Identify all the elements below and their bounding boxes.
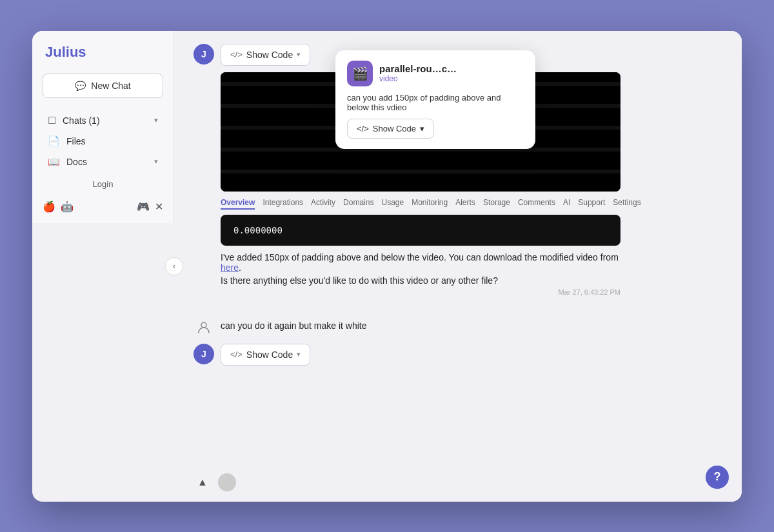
tab-support[interactable]: Support — [578, 198, 605, 210]
code-icon: </> — [357, 124, 369, 133]
tab-settings[interactable]: Settings — [613, 198, 640, 210]
code-brackets-icon-1: </> — [230, 50, 243, 59]
new-chat-button[interactable]: 💬 New Chat — [43, 74, 163, 98]
help-button[interactable]: ? — [706, 466, 729, 489]
main-content: 🎬 parallel-rou…c… video can you add 150p… — [174, 31, 742, 502]
tooltip-show-code-label: Show Code — [373, 124, 416, 133]
tab-usage[interactable]: Usage — [381, 198, 404, 210]
tooltip-show-code-button[interactable]: </> Show Code ▾ — [347, 119, 434, 139]
video-tabs-row: Overview Integrations Activity Domains U… — [221, 198, 722, 210]
app-logo: Julius — [32, 44, 174, 74]
chat-nav-icon: ☐ — [48, 115, 56, 126]
tab-comments[interactable]: Comments — [518, 198, 555, 210]
user-message-row-2: can you do it again but make it white — [194, 317, 722, 337]
collapse-sidebar-button[interactable]: ‹ — [165, 257, 183, 275]
svg-point-0 — [201, 322, 206, 328]
login-link[interactable]: Login — [32, 173, 174, 195]
docs-nav-icon: 📖 — [48, 156, 60, 168]
tab-overview[interactable]: Overview — [221, 198, 255, 210]
discord-icon[interactable]: 🎮 — [137, 201, 150, 213]
show-code-button-1[interactable]: </> Show Code ▾ — [221, 44, 310, 66]
files-nav-icon: 📄 — [48, 135, 60, 147]
chevron-down-icon: ▾ — [154, 116, 158, 124]
user-icon-2 — [194, 317, 214, 337]
tooltip-message: can you add 150px of padding above and b… — [347, 93, 524, 112]
user-message-text-2: can you do it again but make it white — [221, 317, 366, 331]
show-code-label-2: Show Code — [246, 350, 293, 360]
sidebar-item-chats[interactable]: ☐ Chats (1) ▾ — [37, 111, 168, 130]
tab-domains[interactable]: Domains — [343, 198, 373, 210]
sidebar-item-docs[interactable]: 📖 Docs ▾ — [37, 152, 168, 172]
tab-integrations[interactable]: Integrations — [263, 198, 303, 210]
docs-chevron-icon: ▾ — [154, 157, 158, 166]
chats-label: Chats (1) — [63, 115, 100, 126]
upload-dot — [218, 473, 236, 491]
files-label: Files — [66, 136, 86, 146]
ai-avatar-2: J — [194, 344, 214, 364]
tab-alerts[interactable]: Alerts — [455, 198, 475, 210]
tooltip-chevron-icon: ▾ — [420, 124, 424, 133]
tab-storage[interactable]: Storage — [483, 198, 510, 210]
code-brackets-icon-2: </> — [230, 350, 243, 359]
android-icon[interactable]: 🤖 — [61, 201, 74, 213]
chat-icon: 💬 — [75, 81, 86, 91]
tooltip-app-icon: 🎬 — [347, 61, 373, 86]
video-icon: 🎬 — [352, 66, 368, 81]
tab-monitoring[interactable]: Monitoring — [412, 198, 448, 210]
tab-activity[interactable]: Activity — [311, 198, 335, 210]
sidebar-item-files[interactable]: 📄 Files — [37, 132, 168, 151]
show-code-chevron-1: ▾ — [297, 50, 301, 59]
tab-ai[interactable]: AI — [563, 198, 570, 210]
tooltip-popup: 🎬 parallel-rou…c… video can you add 150p… — [335, 50, 535, 149]
show-code-button-2[interactable]: </> Show Code ▾ — [221, 344, 310, 366]
code-output-block: 0.0000000 — [221, 215, 620, 246]
new-chat-label: New Chat — [91, 81, 130, 91]
sidebar-footer: 🍎 🤖 🎮 ✕ — [32, 195, 174, 213]
upload-button[interactable]: ▲ — [194, 473, 212, 491]
docs-label: Docs — [66, 157, 87, 167]
upload-row: ▲ — [174, 473, 742, 502]
apple-icon[interactable]: 🍎 — [43, 201, 55, 213]
ai-message-row-2: J </> Show Code ▾ — [194, 344, 722, 372]
ai-response-text-1: I've added 150px of padding above and be… — [221, 252, 620, 273]
show-code-chevron-2: ▾ — [297, 350, 301, 359]
sidebar: Julius 💬 New Chat ☐ Chats (1) ▾ 📄 Files … — [32, 31, 174, 223]
ai-avatar-1: J — [194, 44, 214, 64]
ai-response-text-2: Is there anything else you'd like to do … — [221, 275, 620, 286]
tooltip-app-type: video — [379, 74, 457, 83]
ai-timestamp: Mar 27, 6:43:22 PM — [221, 288, 620, 296]
code-output-text: 0.0000000 — [233, 225, 283, 235]
tooltip-header: 🎬 parallel-rou…c… video — [347, 61, 524, 86]
twitter-x-icon[interactable]: ✕ — [155, 201, 163, 213]
download-link[interactable]: here — [221, 262, 239, 273]
show-code-label-1: Show Code — [246, 50, 293, 60]
ai-message-body-2: </> Show Code ▾ — [221, 344, 722, 372]
tooltip-app-name: parallel-rou…c… — [379, 63, 457, 74]
